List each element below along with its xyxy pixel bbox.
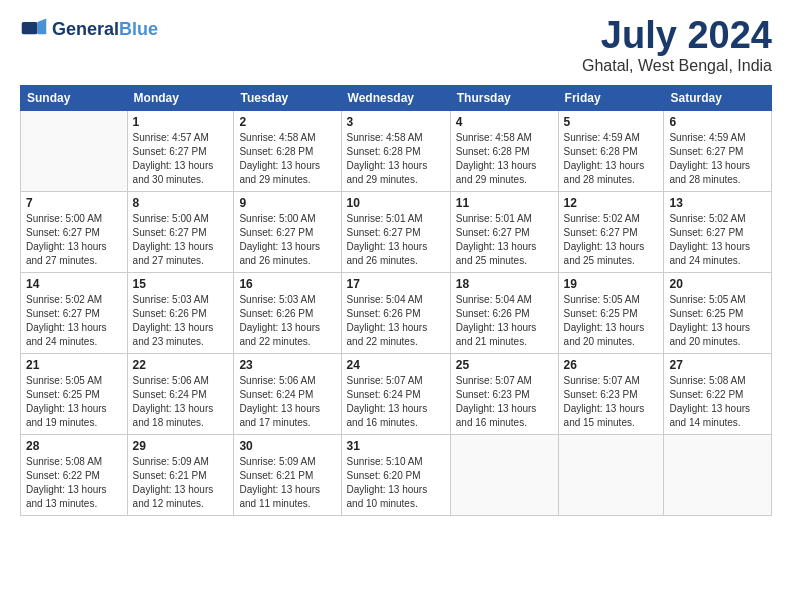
table-row: 2Sunrise: 4:58 AMSunset: 6:28 PMDaylight… bbox=[234, 110, 341, 191]
day-info: Sunrise: 5:07 AMSunset: 6:23 PMDaylight:… bbox=[564, 374, 659, 430]
svg-rect-0 bbox=[22, 22, 38, 34]
svg-marker-1 bbox=[38, 19, 47, 35]
day-number: 16 bbox=[239, 277, 335, 291]
table-row: 31Sunrise: 5:10 AMSunset: 6:20 PMDayligh… bbox=[341, 434, 450, 515]
day-number: 24 bbox=[347, 358, 445, 372]
header: GeneralBlue July 2024 Ghatal, West Benga… bbox=[20, 15, 772, 75]
calendar-header-row: Sunday Monday Tuesday Wednesday Thursday… bbox=[21, 85, 772, 110]
day-number: 21 bbox=[26, 358, 122, 372]
day-number: 14 bbox=[26, 277, 122, 291]
day-number: 18 bbox=[456, 277, 553, 291]
day-info: Sunrise: 5:04 AMSunset: 6:26 PMDaylight:… bbox=[456, 293, 553, 349]
table-row: 17Sunrise: 5:04 AMSunset: 6:26 PMDayligh… bbox=[341, 272, 450, 353]
table-row: 24Sunrise: 5:07 AMSunset: 6:24 PMDayligh… bbox=[341, 353, 450, 434]
header-sunday: Sunday bbox=[21, 85, 128, 110]
header-tuesday: Tuesday bbox=[234, 85, 341, 110]
table-row: 10Sunrise: 5:01 AMSunset: 6:27 PMDayligh… bbox=[341, 191, 450, 272]
day-number: 19 bbox=[564, 277, 659, 291]
day-info: Sunrise: 4:59 AMSunset: 6:28 PMDaylight:… bbox=[564, 131, 659, 187]
day-info: Sunrise: 5:05 AMSunset: 6:25 PMDaylight:… bbox=[669, 293, 766, 349]
day-info: Sunrise: 5:04 AMSunset: 6:26 PMDaylight:… bbox=[347, 293, 445, 349]
table-row: 13Sunrise: 5:02 AMSunset: 6:27 PMDayligh… bbox=[664, 191, 772, 272]
day-number: 6 bbox=[669, 115, 766, 129]
header-saturday: Saturday bbox=[664, 85, 772, 110]
table-row: 9Sunrise: 5:00 AMSunset: 6:27 PMDaylight… bbox=[234, 191, 341, 272]
header-thursday: Thursday bbox=[450, 85, 558, 110]
table-row: 12Sunrise: 5:02 AMSunset: 6:27 PMDayligh… bbox=[558, 191, 664, 272]
day-number: 27 bbox=[669, 358, 766, 372]
day-number: 5 bbox=[564, 115, 659, 129]
table-row bbox=[664, 434, 772, 515]
logo-icon bbox=[20, 15, 48, 43]
day-number: 10 bbox=[347, 196, 445, 210]
day-info: Sunrise: 5:01 AMSunset: 6:27 PMDaylight:… bbox=[456, 212, 553, 268]
header-monday: Monday bbox=[127, 85, 234, 110]
day-info: Sunrise: 4:58 AMSunset: 6:28 PMDaylight:… bbox=[456, 131, 553, 187]
day-info: Sunrise: 5:08 AMSunset: 6:22 PMDaylight:… bbox=[26, 455, 122, 511]
calendar-week-row: 21Sunrise: 5:05 AMSunset: 6:25 PMDayligh… bbox=[21, 353, 772, 434]
location-title: Ghatal, West Bengal, India bbox=[582, 57, 772, 75]
day-info: Sunrise: 4:58 AMSunset: 6:28 PMDaylight:… bbox=[239, 131, 335, 187]
day-info: Sunrise: 5:02 AMSunset: 6:27 PMDaylight:… bbox=[26, 293, 122, 349]
day-info: Sunrise: 4:57 AMSunset: 6:27 PMDaylight:… bbox=[133, 131, 229, 187]
title-area: July 2024 Ghatal, West Bengal, India bbox=[582, 15, 772, 75]
day-number: 13 bbox=[669, 196, 766, 210]
day-info: Sunrise: 5:08 AMSunset: 6:22 PMDaylight:… bbox=[669, 374, 766, 430]
day-info: Sunrise: 5:00 AMSunset: 6:27 PMDaylight:… bbox=[26, 212, 122, 268]
day-info: Sunrise: 5:07 AMSunset: 6:24 PMDaylight:… bbox=[347, 374, 445, 430]
day-info: Sunrise: 5:03 AMSunset: 6:26 PMDaylight:… bbox=[133, 293, 229, 349]
table-row: 28Sunrise: 5:08 AMSunset: 6:22 PMDayligh… bbox=[21, 434, 128, 515]
table-row bbox=[558, 434, 664, 515]
day-info: Sunrise: 5:05 AMSunset: 6:25 PMDaylight:… bbox=[564, 293, 659, 349]
page: GeneralBlue July 2024 Ghatal, West Benga… bbox=[0, 0, 792, 612]
day-number: 26 bbox=[564, 358, 659, 372]
table-row bbox=[21, 110, 128, 191]
table-row: 22Sunrise: 5:06 AMSunset: 6:24 PMDayligh… bbox=[127, 353, 234, 434]
day-number: 31 bbox=[347, 439, 445, 453]
day-number: 7 bbox=[26, 196, 122, 210]
day-number: 25 bbox=[456, 358, 553, 372]
day-info: Sunrise: 5:01 AMSunset: 6:27 PMDaylight:… bbox=[347, 212, 445, 268]
day-number: 30 bbox=[239, 439, 335, 453]
day-number: 8 bbox=[133, 196, 229, 210]
day-number: 11 bbox=[456, 196, 553, 210]
day-number: 22 bbox=[133, 358, 229, 372]
day-number: 29 bbox=[133, 439, 229, 453]
day-info: Sunrise: 5:09 AMSunset: 6:21 PMDaylight:… bbox=[239, 455, 335, 511]
calendar-week-row: 14Sunrise: 5:02 AMSunset: 6:27 PMDayligh… bbox=[21, 272, 772, 353]
table-row: 5Sunrise: 4:59 AMSunset: 6:28 PMDaylight… bbox=[558, 110, 664, 191]
table-row: 27Sunrise: 5:08 AMSunset: 6:22 PMDayligh… bbox=[664, 353, 772, 434]
day-number: 4 bbox=[456, 115, 553, 129]
table-row: 29Sunrise: 5:09 AMSunset: 6:21 PMDayligh… bbox=[127, 434, 234, 515]
logo: GeneralBlue bbox=[20, 15, 158, 43]
day-info: Sunrise: 5:03 AMSunset: 6:26 PMDaylight:… bbox=[239, 293, 335, 349]
day-info: Sunrise: 5:06 AMSunset: 6:24 PMDaylight:… bbox=[239, 374, 335, 430]
day-info: Sunrise: 4:59 AMSunset: 6:27 PMDaylight:… bbox=[669, 131, 766, 187]
table-row: 21Sunrise: 5:05 AMSunset: 6:25 PMDayligh… bbox=[21, 353, 128, 434]
calendar-week-row: 28Sunrise: 5:08 AMSunset: 6:22 PMDayligh… bbox=[21, 434, 772, 515]
table-row: 18Sunrise: 5:04 AMSunset: 6:26 PMDayligh… bbox=[450, 272, 558, 353]
day-info: Sunrise: 5:02 AMSunset: 6:27 PMDaylight:… bbox=[669, 212, 766, 268]
day-info: Sunrise: 5:07 AMSunset: 6:23 PMDaylight:… bbox=[456, 374, 553, 430]
day-number: 12 bbox=[564, 196, 659, 210]
table-row: 15Sunrise: 5:03 AMSunset: 6:26 PMDayligh… bbox=[127, 272, 234, 353]
header-friday: Friday bbox=[558, 85, 664, 110]
table-row: 8Sunrise: 5:00 AMSunset: 6:27 PMDaylight… bbox=[127, 191, 234, 272]
day-number: 20 bbox=[669, 277, 766, 291]
day-number: 17 bbox=[347, 277, 445, 291]
table-row: 20Sunrise: 5:05 AMSunset: 6:25 PMDayligh… bbox=[664, 272, 772, 353]
table-row: 7Sunrise: 5:00 AMSunset: 6:27 PMDaylight… bbox=[21, 191, 128, 272]
day-info: Sunrise: 5:00 AMSunset: 6:27 PMDaylight:… bbox=[133, 212, 229, 268]
table-row: 11Sunrise: 5:01 AMSunset: 6:27 PMDayligh… bbox=[450, 191, 558, 272]
header-wednesday: Wednesday bbox=[341, 85, 450, 110]
logo-text: GeneralBlue bbox=[52, 19, 158, 40]
day-info: Sunrise: 5:05 AMSunset: 6:25 PMDaylight:… bbox=[26, 374, 122, 430]
day-info: Sunrise: 5:02 AMSunset: 6:27 PMDaylight:… bbox=[564, 212, 659, 268]
table-row: 26Sunrise: 5:07 AMSunset: 6:23 PMDayligh… bbox=[558, 353, 664, 434]
day-number: 23 bbox=[239, 358, 335, 372]
day-info: Sunrise: 5:10 AMSunset: 6:20 PMDaylight:… bbox=[347, 455, 445, 511]
month-title: July 2024 bbox=[582, 15, 772, 57]
table-row: 16Sunrise: 5:03 AMSunset: 6:26 PMDayligh… bbox=[234, 272, 341, 353]
table-row: 19Sunrise: 5:05 AMSunset: 6:25 PMDayligh… bbox=[558, 272, 664, 353]
table-row: 3Sunrise: 4:58 AMSunset: 6:28 PMDaylight… bbox=[341, 110, 450, 191]
